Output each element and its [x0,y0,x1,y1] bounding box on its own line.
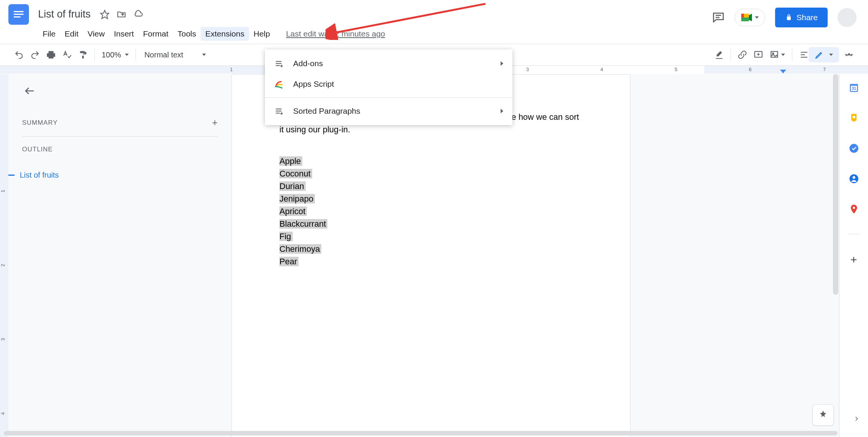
hide-sidepanel-button[interactable] [853,415,860,424]
vertical-scrollbar[interactable] [832,74,839,340]
svg-text:31: 31 [852,86,856,91]
chevron-down-icon [829,54,833,56]
sorted-paragraphs-icon [274,106,284,116]
ruler-right-indent-marker[interactable] [780,70,786,73]
svg-point-26 [852,116,855,118]
list-item[interactable]: Apricot [279,205,307,218]
get-addons-button[interactable]: + [850,253,857,266]
divider [848,234,860,234]
lock-icon [785,14,793,21]
menu-tools[interactable]: Tools [173,27,201,41]
menu-edit[interactable]: Edit [60,27,83,41]
document-page[interactable]: As you can see here we have an unsorted … [231,74,630,437]
chevron-down-icon [202,54,206,56]
svg-rect-11 [771,51,777,57]
editing-mode-button[interactable] [809,47,839,62]
list-item[interactable]: Apple [279,155,302,167]
add-comment-button[interactable] [751,47,766,62]
svg-point-30 [853,207,855,209]
ruler-number: 4 [600,67,603,72]
print-button[interactable] [43,47,59,62]
docs-logo-icon[interactable] [8,4,29,25]
chevron-right-icon [501,109,503,113]
calendar-icon[interactable]: 31 [848,82,860,93]
vertical-ruler[interactable]: 1 2 3 4 [0,74,8,437]
cloud-status-icon[interactable] [133,10,143,19]
add-summary-button[interactable]: + [212,117,218,129]
horizontal-scrollbar[interactable] [4,431,838,435]
zoom-value: 100% [102,51,121,59]
chevron-down-icon [755,16,759,19]
insert-image-button[interactable] [767,47,788,62]
svg-rect-6 [741,17,749,21]
menu-insert[interactable]: Insert [109,27,139,41]
ruler-number: 1 [230,67,233,72]
side-panel: 31 + [839,74,868,437]
menu-item-label: Apps Script [293,79,334,89]
list-item[interactable]: Cherimoya [279,243,321,255]
insert-link-button[interactable] [735,47,750,62]
svg-marker-7 [749,14,752,21]
menu-format[interactable]: Format [139,27,173,41]
contacts-icon[interactable] [848,173,860,184]
comment-history-button[interactable] [712,11,725,24]
redo-button[interactable] [27,47,43,62]
menu-help[interactable]: Help [249,27,274,41]
tasks-icon[interactable] [848,143,860,154]
extensions-dropdown: Add-ons Apps Script Sorted Paragraphs [265,49,512,125]
summary-heading: SUMMARY [22,119,58,127]
outline-item[interactable]: List of fruits [22,168,218,182]
svg-rect-5 [744,14,749,17]
list-item[interactable]: Jenipapo [279,192,315,205]
meet-icon [741,13,753,22]
document-scroll-area[interactable]: As you can see here we have an unsorted … [231,74,839,437]
list-item[interactable]: Fig [279,230,293,243]
list-item[interactable]: Coconut [279,167,312,180]
outline-marker-icon [8,175,14,176]
star-icon[interactable] [100,10,110,19]
addons-icon [274,59,284,68]
menu-extensions[interactable]: Extensions [201,27,249,41]
menu-item-label: Sorted Paragraphs [293,106,360,116]
fruit-list[interactable]: Apple Coconut Durian Jenipapo Apricot Bl… [279,155,584,268]
paint-format-button[interactable] [75,47,91,62]
hide-menus-button[interactable] [841,47,857,62]
list-item[interactable]: Blackcurrant [279,218,327,230]
menu-item-sorted-paragraphs[interactable]: Sorted Paragraphs [265,101,512,121]
list-item[interactable]: Pear [279,255,298,268]
explore-button[interactable] [812,404,834,426]
divider [265,97,512,98]
zoom-select[interactable]: 100% [99,49,132,61]
close-outline-button[interactable] [22,83,37,99]
highlight-color-button[interactable] [712,47,727,62]
menu-item-label: Add-ons [293,59,323,68]
divider [22,136,218,137]
menu-view[interactable]: View [83,27,109,41]
document-title[interactable]: List of fruits [36,8,93,21]
last-edit-link[interactable]: Last edit was 2 minutes ago [286,29,385,38]
ruler-number: 3 [526,67,529,72]
outline-heading: OUTLINE [22,146,218,153]
spellcheck-button[interactable] [59,47,75,62]
ruler-number: 6 [749,67,752,72]
apps-script-icon [274,79,284,89]
menu-item-addons[interactable]: Add-ons [265,53,512,74]
menu-file[interactable]: File [38,27,60,41]
paragraph-style-select[interactable]: Normal text [140,49,211,61]
ruler-number: 7 [823,67,826,72]
chevron-right-icon [501,61,503,66]
svg-marker-0 [101,10,109,19]
meet-button[interactable] [735,9,765,26]
outline-item-label: List of fruits [20,171,59,180]
move-folder-icon[interactable] [116,10,126,19]
menu-item-apps-script[interactable]: Apps Script [265,74,512,94]
toolbar-separator [792,49,792,61]
svg-point-29 [852,176,855,179]
avatar[interactable] [838,8,857,27]
keep-icon[interactable] [848,112,860,124]
ruler-number: 5 [675,67,677,72]
undo-button[interactable] [11,47,27,62]
share-button[interactable]: Share [775,8,828,27]
maps-icon[interactable] [848,203,860,215]
list-item[interactable]: Durian [279,180,306,192]
